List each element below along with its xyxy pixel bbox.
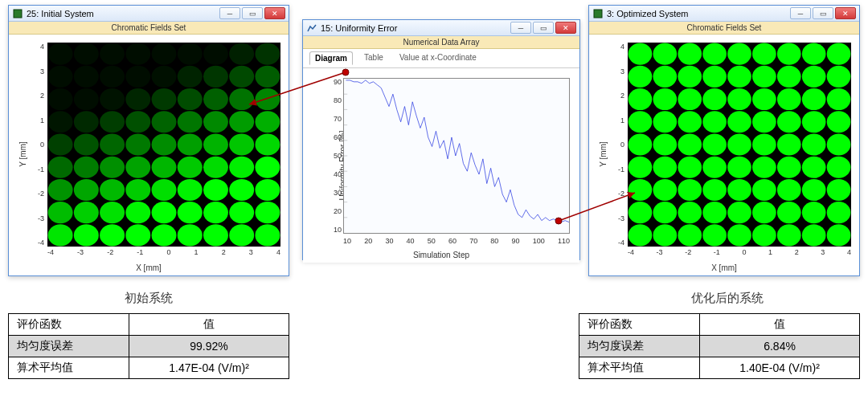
svg-point-55 bbox=[255, 157, 280, 178]
svg-point-77 bbox=[125, 224, 150, 246]
svg-point-50 bbox=[125, 157, 150, 178]
svg-point-130 bbox=[628, 133, 653, 155]
close-button[interactable]: ✕ bbox=[555, 22, 576, 34]
svg-point-108 bbox=[752, 66, 776, 88]
svg-point-28 bbox=[255, 88, 280, 110]
table-cell: 算术平均值 bbox=[9, 357, 129, 379]
svg-point-11 bbox=[48, 66, 73, 88]
svg-point-113 bbox=[653, 88, 678, 110]
field-plot-initial: Y [mm] -4-3-2-101234 -4-3-2-101234 X [mm… bbox=[9, 35, 289, 274]
svg-point-33 bbox=[152, 111, 177, 133]
titlebar-initial[interactable]: 25: Initial System ─ ▭ ✕ bbox=[9, 6, 289, 22]
window-initial-system: 25: Initial System ─ ▭ ✕ Chromatic Field… bbox=[8, 5, 289, 276]
svg-point-137 bbox=[802, 133, 826, 155]
svg-point-114 bbox=[678, 88, 702, 110]
svg-point-101 bbox=[802, 43, 826, 65]
svg-point-49 bbox=[100, 157, 125, 178]
svg-point-59 bbox=[125, 179, 150, 201]
metrics-table-optimized: 评价函数值 均匀度误差6.84% 算术平均值1.40E-04 (V/m)² bbox=[579, 313, 860, 379]
svg-point-172 bbox=[777, 224, 801, 246]
svg-point-10 bbox=[255, 43, 280, 65]
svg-point-110 bbox=[802, 66, 826, 88]
svg-point-62 bbox=[203, 179, 228, 201]
svg-point-145 bbox=[777, 157, 801, 178]
svg-point-38 bbox=[48, 133, 73, 155]
svg-point-48 bbox=[74, 157, 99, 178]
svg-point-45 bbox=[229, 133, 254, 155]
svg-point-167 bbox=[653, 224, 678, 246]
svg-point-104 bbox=[653, 66, 678, 88]
table-cell: 1.40E-04 (V/m)² bbox=[700, 357, 860, 379]
sub-header: Numerical Data Array bbox=[303, 36, 579, 49]
svg-point-76 bbox=[100, 224, 125, 246]
minimize-button[interactable]: ─ bbox=[790, 7, 811, 19]
table-header: 评价函数 bbox=[9, 314, 129, 336]
tab-diagram[interactable]: Diagram bbox=[309, 51, 353, 65]
chart-area bbox=[343, 78, 570, 234]
svg-point-32 bbox=[125, 111, 150, 133]
svg-point-138 bbox=[827, 133, 851, 155]
tabbar: DiagramTableValue at x-Coordinate bbox=[303, 49, 579, 68]
svg-point-146 bbox=[802, 157, 826, 178]
close-button[interactable]: ✕ bbox=[835, 7, 856, 19]
table-cell: 6.84% bbox=[700, 336, 860, 357]
svg-point-60 bbox=[152, 179, 177, 201]
svg-point-9 bbox=[229, 43, 254, 65]
maximize-button[interactable]: ▭ bbox=[533, 22, 554, 34]
svg-point-12 bbox=[74, 66, 99, 88]
svg-point-21 bbox=[74, 88, 99, 110]
field-plot-optimized: Y [mm] -4-3-2-101234 -4-3-2-101234 X [mm… bbox=[589, 35, 859, 274]
svg-point-109 bbox=[777, 66, 801, 88]
svg-point-148 bbox=[628, 179, 653, 201]
minimize-button[interactable]: ─ bbox=[219, 7, 240, 19]
metrics-table-initial: 评价函数值 均匀度误差99.92% 算术平均值1.47E-04 (V/m)² bbox=[8, 313, 289, 379]
svg-point-149 bbox=[653, 179, 678, 201]
svg-point-75 bbox=[74, 224, 99, 246]
svg-point-20 bbox=[48, 88, 73, 110]
svg-point-116 bbox=[727, 88, 751, 110]
caption-optimized: 优化后的系统 bbox=[667, 291, 788, 306]
table-cell: 均匀度误差 bbox=[579, 336, 700, 357]
app-icon bbox=[306, 22, 317, 34]
svg-point-23 bbox=[125, 88, 150, 110]
svg-point-140 bbox=[653, 157, 678, 178]
svg-point-120 bbox=[827, 88, 851, 110]
tab-table[interactable]: Table bbox=[359, 51, 388, 65]
close-button[interactable]: ✕ bbox=[264, 7, 285, 19]
svg-point-144 bbox=[752, 157, 776, 178]
window-uniformity-error: 15: Uniformity Error ─ ▭ ✕ Numerical Dat… bbox=[302, 19, 580, 260]
maximize-button[interactable]: ▭ bbox=[813, 7, 833, 19]
x-ticks: 102030405060708090100110 bbox=[343, 237, 570, 247]
minimize-button[interactable]: ─ bbox=[510, 22, 531, 34]
app-icon bbox=[592, 8, 604, 19]
tab-value-at-x-coordinate[interactable]: Value at x-Coordinate bbox=[395, 51, 481, 65]
x-axis-label: X [mm] bbox=[711, 263, 737, 272]
y-axis-label: Y [mm] bbox=[599, 141, 608, 166]
maximize-button[interactable]: ▭ bbox=[242, 7, 263, 19]
svg-point-158 bbox=[653, 202, 678, 223]
titlebar-optimized[interactable]: 3: Optimized System ─ ▭ ✕ bbox=[589, 6, 859, 22]
svg-point-159 bbox=[678, 202, 702, 223]
svg-point-162 bbox=[752, 202, 776, 223]
svg-point-118 bbox=[777, 88, 801, 110]
svg-point-26 bbox=[203, 88, 228, 110]
svg-point-121 bbox=[628, 111, 653, 133]
svg-point-15 bbox=[152, 66, 177, 88]
y-ticks: -4-3-2-101234 bbox=[28, 43, 44, 247]
svg-point-82 bbox=[255, 224, 280, 246]
svg-point-29 bbox=[48, 111, 73, 133]
svg-point-156 bbox=[827, 179, 851, 201]
svg-point-151 bbox=[702, 179, 727, 201]
svg-point-51 bbox=[152, 157, 177, 178]
svg-point-30 bbox=[74, 111, 99, 133]
svg-point-35 bbox=[203, 111, 228, 133]
svg-point-139 bbox=[628, 157, 653, 178]
svg-point-135 bbox=[752, 133, 776, 155]
svg-point-131 bbox=[653, 133, 678, 155]
svg-point-14 bbox=[125, 66, 150, 88]
window-title: 15: Uniformity Error bbox=[321, 23, 397, 33]
svg-point-105 bbox=[678, 66, 702, 88]
sub-header: Chromatic Fields Set bbox=[9, 22, 289, 35]
titlebar-uniformity[interactable]: 15: Uniformity Error ─ ▭ ✕ bbox=[303, 20, 579, 36]
x-ticks: -4-3-2-101234 bbox=[47, 248, 280, 259]
